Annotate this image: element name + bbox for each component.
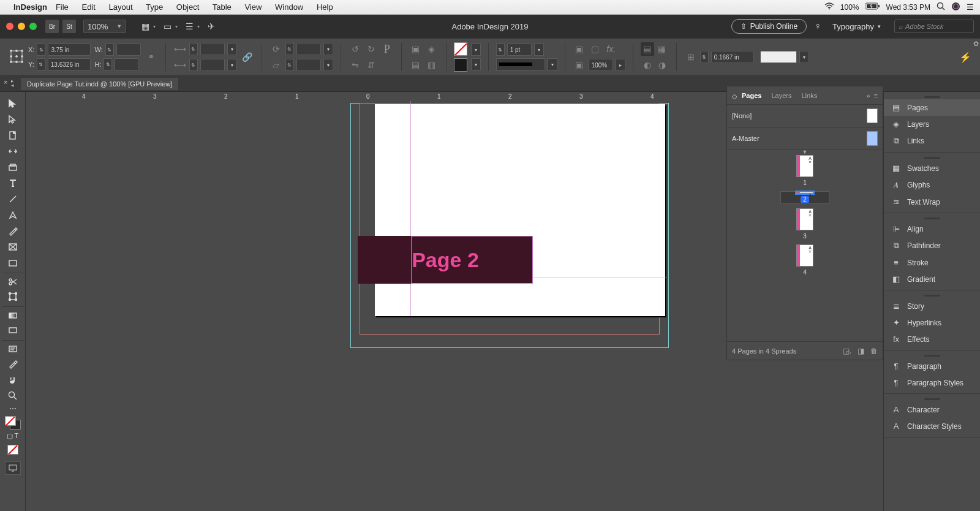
fitting-fit-icon[interactable]: ▢ (589, 42, 602, 56)
dock-character[interactable]: ACharacter (884, 401, 980, 418)
stroke-style[interactable] (496, 58, 545, 70)
horizontal-ruler[interactable]: 4 3 2 1 0 1 2 3 4 (26, 92, 824, 104)
free-transform-tool[interactable] (4, 289, 22, 305)
flip-h-icon[interactable]: ⇋ (349, 58, 362, 72)
scale-x-field[interactable] (200, 43, 225, 55)
menu-object[interactable]: Object (176, 2, 200, 12)
direct-selection-tool[interactable] (4, 112, 22, 127)
stroke-style-dd[interactable]: ▾ (548, 58, 557, 70)
rotate-dd[interactable]: ▾ (323, 43, 333, 55)
stroke-dd[interactable]: ▾ (471, 58, 481, 70)
collapse-panel-icon[interactable]: » (866, 92, 870, 99)
scale-y-dd[interactable]: ▾ (227, 59, 237, 71)
rectangle-tool[interactable] (4, 255, 22, 271)
eyedropper-tool[interactable] (4, 356, 22, 372)
dock-layers[interactable]: ◈Layers (884, 116, 980, 132)
corner-options-icon[interactable]: ◑ (655, 58, 669, 72)
dock-pathfinder[interactable]: ⧉Pathfinder (884, 237, 980, 254)
gap-stepper[interactable]: ⇅ (700, 51, 709, 63)
master-a-row[interactable]: A-Master (727, 127, 883, 150)
fx-icon[interactable]: fx. (605, 42, 618, 56)
page-item-1[interactable]: A≡ 1 (796, 155, 813, 186)
constrain-icon[interactable]: ⚭ (145, 50, 158, 64)
tab-pages[interactable]: Pages (742, 92, 761, 99)
fill-dd[interactable]: ▾ (471, 44, 481, 56)
dock-links[interactable]: ⧉Links (884, 132, 980, 150)
page-item-3[interactable]: A≡ 3 (796, 208, 813, 240)
stroke-weight-dd[interactable]: ▾ (534, 44, 544, 56)
gradient-swatch-tool[interactable] (2, 306, 24, 322)
document-tab[interactable]: Duplicate Page Tut.indd @ 100% [GPU Prev… (21, 78, 178, 90)
y-stepper[interactable]: ⇅ (37, 58, 45, 70)
scale-y-stepper[interactable]: ⇅ (189, 59, 198, 71)
menu-layout[interactable]: Layout (109, 2, 133, 12)
page-item-4[interactable]: A≡ 4 (796, 244, 813, 276)
corner-shape[interactable] (760, 51, 797, 63)
menu-edit[interactable]: Edit (81, 2, 95, 12)
menu-view[interactable]: View (244, 2, 262, 12)
zoom-level[interactable]: 100% ▼ (83, 20, 126, 33)
h-field[interactable] (115, 58, 139, 70)
tips-icon[interactable]: ♀ (814, 21, 821, 32)
content-collector-tool[interactable] (4, 159, 22, 175)
w-field[interactable] (116, 44, 141, 56)
dock-effects[interactable]: fxEffects (884, 331, 980, 347)
arrange-icon[interactable]: ☰▾ (181, 20, 197, 33)
stroke-swatch[interactable] (454, 58, 467, 72)
apply-color-icon[interactable] (4, 442, 22, 458)
reference-point[interactable] (9, 48, 24, 66)
publish-online-button[interactable]: ⇧ Publish Online (731, 19, 807, 34)
stock-search[interactable]: ⌕ Adobe Stock (894, 20, 974, 33)
select-next-icon[interactable]: ▥ (425, 58, 439, 72)
bridge-button[interactable]: Br (45, 20, 59, 33)
rotate-ccw-icon[interactable]: ↺ (349, 42, 362, 56)
rectangle-frame-tool[interactable] (4, 239, 22, 255)
wifi-icon[interactable] (824, 2, 834, 12)
delete-page-icon[interactable]: 🗑 (870, 347, 878, 355)
select-prev-icon[interactable]: ▤ (409, 58, 423, 72)
x-stepper[interactable]: ⇅ (37, 44, 45, 56)
gpu-lightning-icon[interactable]: ⚡ (959, 51, 971, 63)
tab-links[interactable]: Links (801, 92, 817, 99)
master-none-row[interactable]: [None] (727, 105, 883, 127)
fill-stroke-swatch[interactable] (5, 416, 21, 430)
constrain-scale-icon[interactable]: 🔗 (241, 50, 254, 64)
notifications-icon[interactable]: ☰ (967, 2, 974, 12)
gradient-feather-tool[interactable] (4, 322, 22, 338)
scale-x-dd[interactable]: ▾ (227, 43, 237, 55)
tab-scroll-icon[interactable]: ▸◂ (11, 79, 14, 88)
panel-menu-icon[interactable]: ≡ (874, 92, 878, 99)
opacity-dd[interactable]: ▸ (616, 59, 625, 71)
page-item-2[interactable]: A≡ 2 (780, 191, 829, 203)
menu-type[interactable]: Type (146, 2, 163, 12)
workspace-switcher[interactable]: Typography ▾ (832, 22, 881, 31)
screen-mode-icon[interactable]: ▭▾ (159, 20, 175, 33)
line-tool[interactable] (4, 191, 22, 207)
page[interactable] (375, 104, 665, 316)
maximize-window[interactable] (29, 23, 37, 30)
select-container-icon[interactable]: ▣ (409, 42, 423, 56)
spotlight-icon[interactable] (937, 2, 945, 12)
fitting-fill-icon[interactable]: ▣ (573, 42, 586, 56)
clock[interactable]: Wed 3:53 PM (886, 3, 930, 12)
rotate-cw-icon[interactable]: ↻ (364, 42, 378, 56)
x-field[interactable]: 3.75 in (48, 44, 91, 56)
more-tools[interactable]: ⋯ (4, 404, 22, 414)
document-canvas[interactable]: Page 2 (26, 104, 824, 511)
selection-tool[interactable] (4, 96, 22, 112)
stroke-weight-stepper[interactable]: ⇅ (496, 44, 505, 56)
zoom-tool[interactable] (4, 388, 22, 404)
close-window[interactable] (6, 23, 13, 30)
app-name[interactable]: InDesign (13, 2, 47, 12)
wrap-none-icon[interactable]: ▤ (641, 42, 654, 56)
scale-x-stepper[interactable]: ⇅ (189, 43, 198, 55)
opacity-field[interactable]: 100% (589, 59, 613, 71)
menu-table[interactable]: Table (213, 2, 232, 12)
scissors-tool[interactable] (2, 273, 24, 289)
auto-fit-icon[interactable]: ▣ (573, 58, 586, 72)
dock-align[interactable]: ⊫Align (884, 221, 980, 237)
gap-tool[interactable] (4, 143, 22, 159)
shear-stepper[interactable]: ⇅ (285, 59, 294, 71)
screen-mode-button[interactable] (5, 461, 21, 475)
flip-v-icon[interactable]: ⇵ (364, 58, 378, 72)
